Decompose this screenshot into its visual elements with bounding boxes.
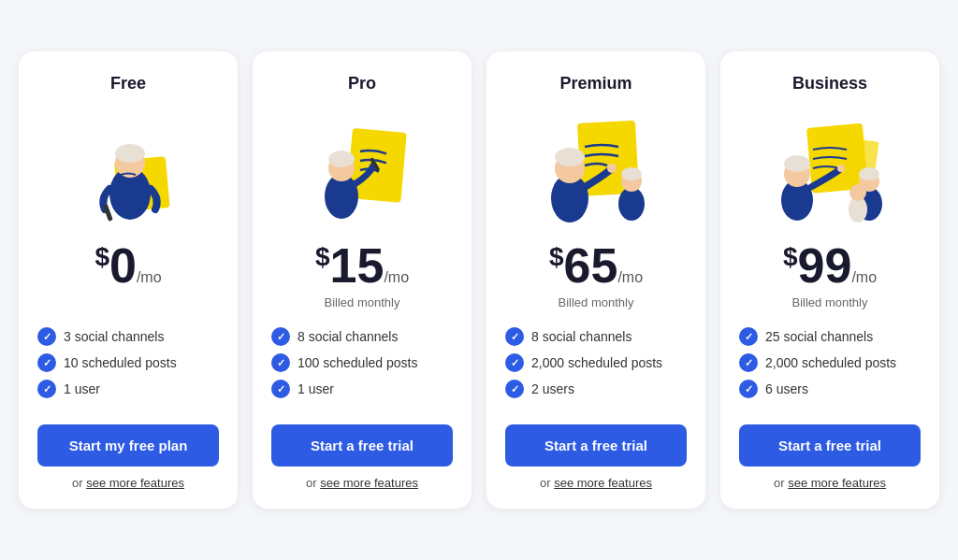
feature-item: 10 scheduled posts <box>37 353 219 372</box>
illustration-free <box>63 105 194 226</box>
svg-point-28 <box>849 184 866 201</box>
price-free: $0/mo <box>94 238 161 293</box>
price-block-free: $0/mo <box>94 241 161 290</box>
svg-point-23 <box>837 165 845 172</box>
check-icon <box>505 380 524 398</box>
feature-item: 100 scheduled posts <box>271 353 453 372</box>
plan-name-business: Business <box>792 74 867 93</box>
svg-point-8 <box>328 151 355 167</box>
features-list-business: 25 social channels 2,000 scheduled posts… <box>739 327 921 406</box>
feature-item: 1 user <box>37 380 219 398</box>
feature-item: 3 social channels <box>37 327 219 346</box>
price-block-pro: $15/mo <box>315 241 409 290</box>
feature-text: 10 scheduled posts <box>64 355 177 370</box>
price-pro: $15/mo <box>315 238 409 293</box>
check-icon <box>505 353 524 372</box>
check-icon <box>271 353 290 372</box>
cta-button-business[interactable]: Start a free trial <box>739 424 921 467</box>
pricing-card-free: Free $0/mo 3 social c <box>19 51 238 509</box>
check-icon <box>271 327 290 346</box>
features-list-free: 3 social channels 10 scheduled posts 1 u… <box>37 327 219 406</box>
features-list-pro: 8 social channels 100 scheduled posts 1 … <box>271 327 453 406</box>
feature-item: 25 social channels <box>739 327 921 346</box>
pricing-card-premium: Premium $65/mo Billed monthly <box>486 51 705 509</box>
feature-item: 8 social channels <box>505 327 687 346</box>
feature-text: 6 users <box>765 381 808 396</box>
check-icon <box>739 353 758 372</box>
check-icon <box>739 380 758 398</box>
svg-point-14 <box>607 164 617 173</box>
feature-text: 25 social channels <box>765 329 873 344</box>
illustration-premium <box>530 105 661 226</box>
see-more-pro: or see more features <box>306 476 418 490</box>
feature-item: 2,000 scheduled posts <box>505 353 687 372</box>
svg-point-3 <box>115 144 145 163</box>
feature-text: 2,000 scheduled posts <box>765 355 896 370</box>
plan-name-pro: Pro <box>348 74 376 93</box>
see-more-premium: or see more features <box>540 476 652 490</box>
feature-item: 2,000 scheduled posts <box>739 353 921 372</box>
svg-point-22 <box>784 155 810 172</box>
see-more-link-business[interactable]: see more features <box>788 476 886 490</box>
svg-point-26 <box>859 167 879 180</box>
pricing-grid: Free $0/mo 3 social c <box>19 51 939 509</box>
feature-text: 8 social channels <box>531 329 631 344</box>
check-icon <box>505 327 524 346</box>
feature-item: 1 user <box>271 380 453 398</box>
price-business: $99/mo <box>783 238 877 293</box>
feature-text: 2,000 scheduled posts <box>531 355 662 370</box>
feature-text: 1 user <box>298 381 334 396</box>
price-block-premium: $65/mo <box>549 241 643 290</box>
feature-text: 1 user <box>64 381 100 396</box>
svg-point-13 <box>555 148 585 166</box>
cta-button-free[interactable]: Start my free plan <box>37 424 219 467</box>
feature-item: 8 social channels <box>271 327 453 346</box>
cta-button-premium[interactable]: Start a free trial <box>505 424 687 467</box>
illustration-pro <box>297 105 428 226</box>
features-list-premium: 8 social channels 2,000 scheduled posts … <box>505 327 687 406</box>
pricing-card-pro: Pro $15/mo Billed monthly 8 soci <box>253 51 472 509</box>
feature-text: 2 users <box>531 381 574 396</box>
feature-item: 6 users <box>739 380 921 398</box>
check-icon <box>271 380 290 398</box>
check-icon <box>739 327 758 346</box>
billing-label-pro: Billed monthly <box>325 295 400 312</box>
billing-label-premium: Billed monthly <box>559 295 634 312</box>
see-more-free: or see more features <box>72 476 184 490</box>
see-more-business: or see more features <box>774 476 886 490</box>
check-icon <box>37 327 56 346</box>
feature-text: 3 social channels <box>64 329 164 344</box>
illustration-business <box>764 105 895 226</box>
feature-text: 8 social channels <box>298 329 398 344</box>
price-premium: $65/mo <box>549 238 643 293</box>
pricing-card-business: Business $99/mo Billed monthly <box>720 51 939 509</box>
feature-text: 100 scheduled posts <box>298 355 417 370</box>
plan-name-premium: Premium <box>559 74 631 93</box>
price-block-business: $99/mo <box>783 241 877 290</box>
svg-point-15 <box>618 187 645 221</box>
check-icon <box>37 380 56 398</box>
cta-button-pro[interactable]: Start a free trial <box>271 424 453 467</box>
billing-label-business: Billed monthly <box>792 295 868 312</box>
plan-name-free: Free <box>110 74 146 93</box>
svg-point-17 <box>621 167 642 180</box>
see-more-link-free[interactable]: see more features <box>86 476 184 490</box>
see-more-link-pro[interactable]: see more features <box>320 476 418 490</box>
feature-item: 2 users <box>505 380 687 398</box>
check-icon <box>37 353 56 372</box>
see-more-link-premium[interactable]: see more features <box>554 476 652 490</box>
